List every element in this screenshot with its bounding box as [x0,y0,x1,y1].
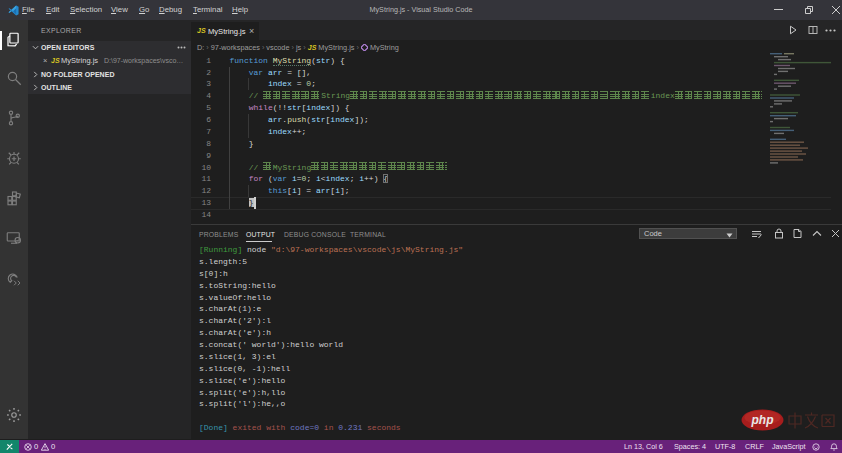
svg-text:php: php [751,413,774,427]
